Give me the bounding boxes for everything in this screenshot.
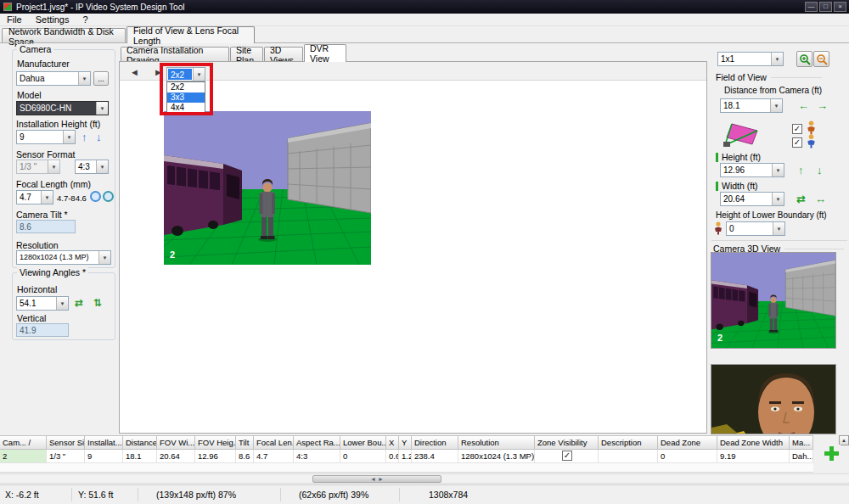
fov-width-resize-icon[interactable]: ↔: [815, 193, 826, 204]
vertical-angle-input[interactable]: 41.9: [16, 323, 69, 337]
focal-length-label: Focal Length (mm): [16, 179, 91, 189]
manufacturer-select[interactable]: Dahua ▼: [16, 71, 91, 86]
add-camera-button[interactable]: [822, 445, 841, 463]
lower-boundary-select[interactable]: 0 ▼: [726, 221, 785, 236]
col-distance[interactable]: Distance: [123, 435, 157, 450]
height-up-icon[interactable]: ↑: [82, 132, 87, 143]
col-aspect-ratio[interactable]: Aspect Ra...: [294, 435, 340, 450]
col-fov-height[interactable]: FOV Heig...: [195, 435, 236, 450]
col-installation[interactable]: Installat...: [85, 435, 123, 450]
col-focal-length[interactable]: Focal Len...: [254, 435, 294, 450]
col-resolution[interactable]: Resolution: [458, 435, 535, 450]
col-description[interactable]: Description: [599, 435, 658, 450]
horizontal-scrollbar[interactable]: ◄ ►: [0, 473, 849, 484]
camera-tilt-input[interactable]: 8.6: [16, 220, 76, 233]
col-zone-visibility[interactable]: Zone Visibility: [535, 435, 599, 450]
menu-help[interactable]: ?: [76, 14, 94, 25]
col-manufacturer[interactable]: Ma...: [790, 435, 813, 450]
zoom-out-button[interactable]: [813, 51, 829, 67]
camera-3d-preview[interactable]: 2: [711, 252, 836, 349]
scrollbar-thumb[interactable]: ◄ ►: [312, 475, 441, 483]
chevron-down-icon: ▼: [98, 251, 110, 264]
installation-height-select[interactable]: 9 ▼: [16, 130, 76, 144]
tab-network-bandwidth[interactable]: Network Bandwidth & Disk Space: [2, 28, 126, 43]
cell-x[interactable]: 0.6: [386, 450, 399, 463]
focal-length-value: 4.7: [17, 191, 41, 204]
cell-camera[interactable]: 2: [0, 450, 47, 463]
prev-channel-icon[interactable]: ◄: [130, 67, 139, 77]
minimize-button[interactable]: —: [805, 2, 818, 12]
col-tilt[interactable]: Tilt: [236, 435, 254, 450]
model-select[interactable]: SD6980C-HN ▼: [16, 101, 109, 115]
cell-description[interactable]: [599, 450, 658, 463]
fov-width-swap-icon[interactable]: ⇄: [796, 193, 806, 204]
distance-decrease-icon[interactable]: ←: [798, 100, 809, 111]
show-person2-checkbox[interactable]: ✓: [792, 137, 802, 148]
person2-icon: [807, 134, 816, 148]
cell-direction[interactable]: 238.4: [412, 450, 458, 463]
horizontal-angle-value: 54.1: [17, 297, 56, 310]
cell-resolution[interactable]: 1280x1024 (1.3 MP): [458, 450, 535, 463]
col-dead-zone[interactable]: Dead Zone: [658, 435, 717, 450]
close-button[interactable]: ×: [834, 2, 846, 12]
resolution-select[interactable]: 1280x1024 (1.3 MP) ▼: [16, 250, 111, 265]
app-window: { "icons": { "dropdown_arrow": "▼", "nav…: [0, 0, 849, 504]
col-y[interactable]: Y: [399, 435, 412, 450]
lens-option-icon[interactable]: [90, 191, 101, 202]
cell-installation[interactable]: 9: [85, 450, 123, 463]
lens-option2-icon[interactable]: [103, 191, 114, 202]
zoom-layout-select[interactable]: 1x1 ▼: [717, 52, 784, 66]
col-direction[interactable]: Direction: [412, 435, 458, 450]
cell-zone-visibility[interactable]: ✓: [535, 450, 599, 463]
manufacturer-label: Manufacturer: [17, 59, 70, 69]
fov-height-up-icon[interactable]: ↑: [798, 165, 804, 176]
cell-tilt[interactable]: 8.6: [236, 450, 254, 463]
col-fov-width[interactable]: FOV Wi...: [157, 435, 195, 450]
dvr-3d-viewport[interactable]: 2: [164, 111, 371, 265]
height-down-icon[interactable]: ↓: [96, 132, 102, 143]
cell-dead-zone-width[interactable]: 9.19: [717, 450, 790, 463]
menu-file[interactable]: File: [0, 14, 29, 25]
cell-fov-width[interactable]: 20.64: [157, 450, 195, 463]
aspect-ratio-select[interactable]: 4:3 ▼: [75, 160, 109, 174]
cell-focal-length[interactable]: 4.7: [254, 450, 294, 463]
tab-dvr-view[interactable]: DVR View: [304, 44, 346, 62]
cell-distance[interactable]: 18.1: [123, 450, 157, 463]
fov-height-select[interactable]: 12.96 ▼: [720, 163, 784, 177]
manufacturer-more-button[interactable]: ...: [93, 71, 109, 86]
tab-camera-installation-drawing[interactable]: Camera Installation Drawing: [121, 47, 229, 62]
zone-visibility-checkbox[interactable]: ✓: [562, 451, 572, 461]
rotate-icon[interactable]: ⇄: [75, 298, 83, 309]
col-lower-boundary[interactable]: Lower Bou...: [340, 435, 386, 450]
col-dead-zone-width[interactable]: Dead Zone Width: [717, 435, 790, 450]
distance-select[interactable]: 18.1 ▼: [720, 98, 783, 113]
zoom-in-button[interactable]: [796, 51, 812, 67]
plus-icon: [823, 445, 840, 462]
distance-value: 18.1: [721, 99, 770, 112]
fov-width-select[interactable]: 20.64 ▼: [720, 192, 784, 206]
tab-field-of-view[interactable]: Field of View & Lens Focal Length: [127, 26, 255, 43]
cell-fov-height[interactable]: 12.96: [195, 450, 236, 463]
horizontal-angle-select[interactable]: 54.1 ▼: [16, 296, 69, 311]
tab-3d-views[interactable]: 3D Views: [264, 47, 303, 62]
col-x[interactable]: X: [386, 435, 399, 450]
cell-aspect-ratio[interactable]: 4:3: [294, 450, 340, 463]
cell-lower-boundary[interactable]: 0: [340, 450, 386, 463]
col-sensor[interactable]: Sensor Si...: [47, 435, 85, 450]
distance-increase-icon[interactable]: →: [817, 100, 828, 111]
camera-tilt-label: Camera Tilt *: [16, 210, 68, 220]
chevron-down-icon: ▼: [96, 160, 108, 173]
tab-site-plan[interactable]: Site Plan: [230, 47, 263, 62]
rotate2-icon[interactable]: ⇅: [93, 298, 102, 309]
cell-manufacturer[interactable]: Dah...: [790, 450, 813, 463]
focal-length-select[interactable]: 4.7 ▼: [16, 190, 53, 204]
col-camera[interactable]: Cam... /: [0, 435, 47, 450]
menu-settings[interactable]: Settings: [29, 14, 76, 25]
cell-y[interactable]: 1.2: [399, 450, 412, 463]
cell-dead-zone[interactable]: 0: [658, 450, 717, 463]
show-person1-checkbox[interactable]: ✓: [792, 124, 802, 134]
maximize-button[interactable]: □: [819, 2, 832, 12]
sensor-format-select[interactable]: 1/3 " ▼: [16, 160, 60, 174]
cell-sensor[interactable]: 1/3 ": [47, 450, 85, 463]
fov-height-down-icon[interactable]: ↓: [817, 165, 823, 176]
